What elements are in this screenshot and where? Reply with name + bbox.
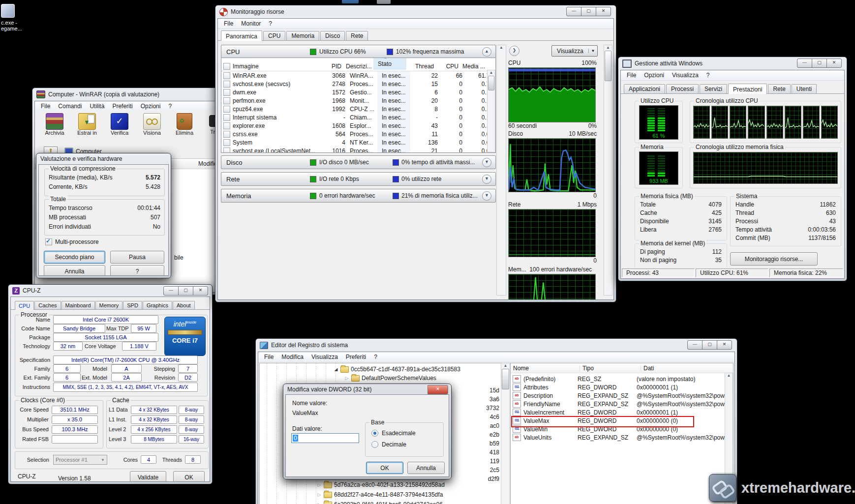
collapse-chevron-icon[interactable]: ▲ — [482, 47, 491, 57]
close-button[interactable]: ✕ — [193, 286, 208, 296]
dword-titlebar[interactable]: Modifica valore DWORD (32 bit) — [283, 384, 451, 394]
maximize-button[interactable]: ▢ — [812, 59, 827, 68]
dword-ok-button[interactable]: OK — [366, 462, 403, 474]
section-bar[interactable]: Rete I/O rete 0 Kbps 0% utilizzo rete ▼ — [221, 172, 496, 186]
maximize-button[interactable]: ▢ — [702, 340, 717, 350]
tree-collapsed-icon[interactable]: ▷ — [317, 502, 322, 504]
winrar-elimina-button[interactable]: ♻ Elimina — [172, 113, 197, 136]
taskman-menu-visualizza[interactable]: Visualizza — [668, 72, 702, 79]
winrar-menu-preferiti[interactable]: Preferiti — [108, 103, 136, 110]
process-checkbox[interactable] — [223, 106, 230, 113]
maximize-button[interactable]: ▢ — [178, 286, 193, 296]
hex-radio[interactable]: Esadecimale — [371, 430, 443, 437]
tree-collapsed-icon[interactable]: ▷ — [344, 376, 349, 381]
resmon-menu-monitor[interactable]: Monitor — [237, 20, 265, 27]
registry-value-row[interactable]: ab (Predefinito) REG_SZ (valore non impo… — [511, 375, 733, 383]
regedit-menu-file[interactable]: File — [260, 354, 277, 360]
tab-memory[interactable]: Memory — [95, 301, 123, 309]
expand-chevron-icon[interactable]: ▼ — [482, 158, 491, 167]
tab-panoramica[interactable]: Panoramica — [221, 30, 262, 41]
tab-mainboard[interactable]: Mainboard — [61, 301, 95, 309]
process-row[interactable]: WinRAR.exe 3068 WinRA... In esec... 22 6… — [221, 71, 495, 80]
section-bar[interactable]: Memoria 0 errori hardware/sec 21% di mem… — [221, 189, 496, 203]
desktop-shortcut[interactable]: c.exe - egame... — [1, 4, 35, 31]
tree-expanded-icon[interactable]: ◢ — [334, 367, 338, 372]
column-dati[interactable]: Dati — [641, 365, 733, 372]
taskman-menu-opzioni[interactable]: Opzioni — [640, 72, 668, 79]
taskman-menu-file[interactable]: File — [623, 72, 640, 79]
tree-collapsed-icon[interactable]: ▷ — [317, 492, 322, 497]
minimize-button[interactable]: — — [566, 7, 581, 16]
process-row[interactable]: perfmon.exe 1968 Monit... In esec... 20 … — [221, 96, 495, 105]
resmon-menu-help[interactable]: ? — [265, 20, 276, 27]
annulla-button[interactable]: Annulla — [44, 265, 105, 276]
process-row[interactable]: svchost.exe (LocalSystemNet... 1016 Proc… — [221, 147, 495, 153]
tab-disco[interactable]: Disco — [320, 31, 345, 40]
benchmark-titlebar[interactable]: Valutazione e verifica hardware — [36, 153, 171, 164]
process-checkbox[interactable] — [223, 97, 230, 104]
tab-rete[interactable]: Rete — [768, 84, 790, 93]
value-data-input[interactable]: 0 — [291, 433, 359, 443]
close-button[interactable]: ✕ — [717, 340, 732, 350]
select-all-checkbox[interactable] — [223, 63, 230, 70]
process-row[interactable]: Interrupt sistema - Chiam... In esec... … — [221, 113, 495, 121]
process-row[interactable]: System 4 NT Ker... In esec... 136 0 0.05 — [221, 138, 495, 147]
tab-rete[interactable]: Rete — [346, 31, 368, 40]
help-button[interactable]: ? — [110, 265, 164, 276]
winrar-menu-comandi[interactable]: Comandi — [54, 103, 86, 110]
regedit-menu-modifica[interactable]: Modifica — [277, 354, 307, 360]
column-nome[interactable]: Nome — [511, 365, 580, 372]
expand-chevron-icon[interactable]: ▼ — [482, 191, 491, 201]
pausa-button[interactable]: Pausa — [110, 251, 164, 264]
tab-servizi[interactable]: Servizi — [700, 84, 727, 93]
process-checkbox[interactable] — [223, 114, 230, 121]
close-button[interactable]: ✕ — [826, 59, 842, 68]
process-row[interactable]: cpuz64.exe 1992 CPU-Z ... In esec... 8 0… — [221, 105, 495, 113]
regedit-titlebar[interactable]: Editor del Registro di sistema — [256, 339, 737, 352]
process-checkbox[interactable] — [223, 122, 230, 129]
winrar-archivia-button[interactable]: Archivia — [42, 113, 67, 136]
maximize-button[interactable]: ▢ — [581, 7, 596, 16]
table-scrollbar[interactable]: ▲ — [487, 70, 495, 152]
winrar-visiona-button[interactable]: Visiona — [139, 113, 165, 136]
validate-button[interactable]: Validate — [130, 471, 166, 482]
registry-values-pane[interactable]: Nome Tipo Dati ab (Predefinito) REG_SZ (… — [510, 363, 733, 504]
registry-value-row[interactable]: ab Description REG_EXPAND_SZ @%SystemRoo… — [511, 391, 733, 400]
process-checkbox[interactable] — [223, 139, 230, 146]
regedit-menu-help[interactable]: ? — [370, 354, 381, 360]
close-button[interactable]: ✕ — [596, 7, 611, 16]
registry-value-row[interactable]: 011 ValueMin REG_DWORD 0x00000000 (0) — [511, 425, 733, 433]
minimize-button[interactable]: — — [687, 340, 702, 350]
tab-processi[interactable]: Processi — [666, 84, 699, 93]
process-row[interactable]: dwm.exe 1572 Gestio... In esec... 6 0 0.… — [221, 88, 495, 96]
tab-memoria[interactable]: Memoria — [286, 31, 319, 40]
winrar-menu-utilita[interactable]: Utilità — [86, 103, 108, 110]
visualizza-dropdown[interactable]: Visualizza ▼ — [551, 45, 598, 57]
winrar-menu-opzioni[interactable]: Opzioni — [137, 103, 165, 110]
winrar-verifica-button[interactable]: ✓ Verifica — [107, 113, 132, 136]
tab-cpu[interactable]: CPU — [263, 31, 285, 40]
dec-radio[interactable]: Decimale — [371, 441, 443, 448]
registry-value-row[interactable]: ab FriendlyName REG_EXPAND_SZ @%SystemRo… — [511, 400, 733, 408]
process-checkbox[interactable] — [223, 148, 230, 153]
tab-cpu[interactable]: CPU — [15, 301, 34, 310]
winrar-menu-file[interactable]: File — [37, 103, 54, 110]
tree-scrollbar[interactable]: ▲ — [501, 363, 510, 504]
tree-item-guid[interactable]: ▷ 5d76a2ca-e8c0-402f-a133-2158492d58ad — [317, 480, 501, 490]
registry-value-row[interactable]: ab ValueUnits REG_EXPAND_SZ @%SystemRoot… — [511, 433, 733, 442]
regedit-menu-preferiti[interactable]: Preferiti — [342, 354, 370, 360]
taskman-menu-help[interactable]: ? — [702, 72, 714, 79]
resmon-titlebar[interactable]: Monitoraggio risorse — [215, 5, 616, 18]
tab-spd[interactable]: SPD — [123, 301, 142, 309]
panel-collapse-icon[interactable]: ❯ — [509, 46, 519, 56]
tab-graphics[interactable]: Graphics — [143, 301, 172, 309]
registry-value-row[interactable]: 011 ValueIncrement REG_DWORD 0x00000001 … — [511, 408, 733, 416]
process-table-header[interactable]: Immagine PID Descrizi... ▲Stato Thread C… — [221, 58, 495, 71]
panel-scrollbar[interactable]: ▲ — [604, 45, 612, 296]
tab-about[interactable]: About — [173, 301, 195, 309]
cpu-section-header[interactable]: CPU Utilizzo CPU 66% 102% frequenza mass… — [221, 45, 496, 59]
column-tipo[interactable]: Tipo — [580, 365, 641, 372]
tree-item-defaultpowerschemevalues[interactable]: ▷ DefaultPowerSchemeValues — [344, 374, 436, 383]
tree-item-guid[interactable]: ▷ 6c2993b0-8f48-481f-bcc6-00dd2742aa06 — [317, 500, 501, 504]
process-row[interactable]: explorer.exe 1608 Esplor... In esec... 4… — [221, 121, 495, 130]
